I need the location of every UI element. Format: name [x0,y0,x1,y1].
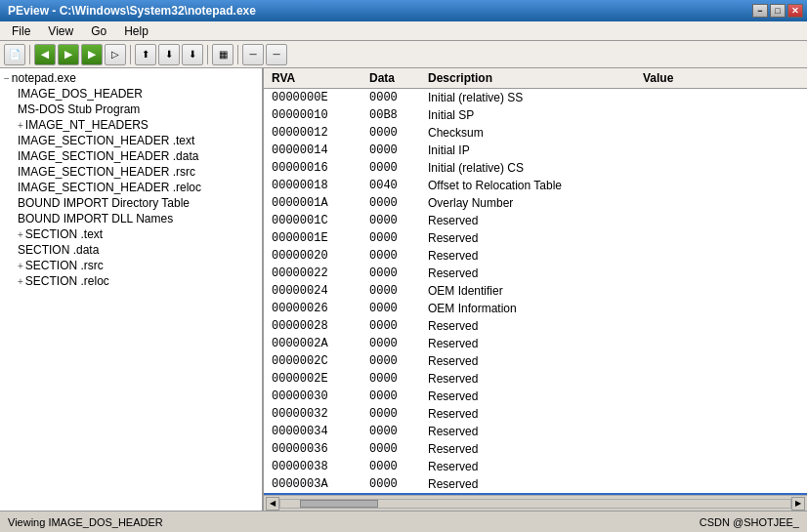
table-row[interactable]: 0000000E 0000 Initial (relative) SS [264,89,807,106]
cell-rva: 0000001E [268,230,365,246]
table-row[interactable]: 00000038 0000 Reserved [264,458,807,475]
toolbar-nav-button[interactable]: ▷ [105,44,126,65]
table-row[interactable]: 00000032 0000 Reserved [264,405,807,423]
table-row[interactable]: 00000016 0000 Initial (relative) CS [264,159,807,177]
table-row[interactable]: 0000001E 0000 Reserved [264,229,807,247]
tree-item-bound-dir[interactable]: BOUND IMPORT Directory Table [0,195,262,211]
tree-item-label: IMAGE_SECTION_HEADER .data [18,149,198,163]
maximize-button[interactable]: □ [770,4,786,18]
cell-desc: Reserved [424,459,639,474]
tree-item-section-rsrc[interactable]: IMAGE_SECTION_HEADER .rsrc [0,164,262,180]
table-row[interactable]: 00000030 0000 Reserved [264,388,807,405]
toolbar-export-button[interactable]: ⬇ [158,44,180,65]
table-row[interactable]: 00000014 0000 Initial IP [264,142,807,159]
toolbar-import-button[interactable]: ⬆ [135,44,156,65]
toolbar-dash1-button[interactable]: ─ [242,44,264,65]
toolbar-export2-button[interactable]: ⬇ [182,44,203,65]
cell-data: 0000 [365,160,424,176]
tree-item-sec-reloc[interactable]: + SECTION .reloc [0,273,262,289]
cell-desc: Reserved [424,318,639,334]
cell-desc: OEM Identifier [424,283,639,299]
tree-item-sec-rsrc[interactable]: + SECTION .rsrc [0,258,262,273]
cell-value [639,336,803,351]
table-row[interactable]: 0000001C 0000 Reserved [264,212,807,229]
tree-item-dos-header[interactable]: IMAGE_DOS_HEADER [0,86,262,102]
toolbar-up-button[interactable]: ▶ [81,44,103,65]
table-row[interactable]: 00000028 0000 Reserved [264,317,807,335]
cell-data: 0040 [365,178,424,193]
table-row[interactable]: 00000036 0000 Reserved [264,440,807,458]
menu-go[interactable]: Go [83,22,114,40]
table-row[interactable]: 0000002C 0000 Reserved [264,352,807,370]
table-row[interactable]: 00000010 00B8 Initial SP [264,106,807,124]
col-header-data: Data [365,70,424,86]
toolbar-dash2-button[interactable]: ─ [266,44,287,65]
toolbar-open-button[interactable]: 📄 [4,44,25,65]
cell-desc: Checksum [424,125,639,141]
tree-item-sec-data[interactable]: SECTION .data [0,242,262,258]
tree-item-sec-text[interactable]: + SECTION .text [0,226,262,242]
menu-help[interactable]: Help [116,22,156,40]
table-row[interactable]: 00000022 0000 Reserved [264,265,807,282]
cell-rva: 00000036 [268,441,365,457]
cell-value [639,230,803,246]
cell-rva: 00000014 [268,143,365,158]
menu-file[interactable]: File [4,22,38,40]
scroll-thumb[interactable] [300,500,378,508]
cell-rva: 0000000E [268,90,365,105]
tree-item-nt-headers[interactable]: + IMAGE_NT_HEADERS [0,117,262,133]
tree-panel: − notepad.exe IMAGE_DOS_HEADER MS-DOS St… [0,68,264,511]
scroll-track [279,499,791,509]
cell-value [639,424,803,439]
table-row[interactable]: 00000026 0000 OEM Information [264,300,807,317]
tree-item-section-text[interactable]: IMAGE_SECTION_HEADER .text [0,133,262,148]
cell-desc: Reserved [424,230,639,246]
cell-desc: Reserved [424,476,639,492]
menu-view[interactable]: View [40,22,81,40]
cell-rva: 00000022 [268,266,365,281]
minimize-button[interactable]: − [752,4,768,18]
tree-expand-icon: + [18,261,23,271]
table-row[interactable]: 00000020 0000 Reserved [264,247,807,265]
tree-item-msdos-stub[interactable]: MS-DOS Stub Program [0,102,262,117]
cell-data: 0000 [365,476,424,492]
cell-desc: OEM Information [424,301,639,316]
scroll-right-button[interactable]: ▶ [791,497,805,511]
toolbar-fwd-button[interactable]: ▶ [58,44,79,65]
table-row[interactable]: 00000012 0000 Checksum [264,124,807,142]
tree-item-bound-dll[interactable]: BOUND IMPORT DLL Names [0,211,262,226]
toolbar-grid-button[interactable]: ▦ [212,44,234,65]
tree-item-notepad[interactable]: − notepad.exe [0,70,262,86]
table-row[interactable]: 00000024 0000 OEM Identifier [264,282,807,300]
cell-data: 0000 [365,213,424,228]
cell-data: 0000 [365,406,424,422]
toolbar-back-button[interactable]: ◀ [34,44,56,65]
cell-rva: 00000016 [268,160,365,176]
table-row[interactable]: 00000018 0040 Offset to Relocation Table [264,177,807,194]
table-row[interactable]: 0000002E 0000 Reserved [264,370,807,388]
table-row[interactable]: 0000003A 0000 Reserved [264,475,807,493]
cell-desc: Reserved [424,371,639,387]
title-bar: PEview - C:\Windows\System32\notepad.exe… [0,0,807,21]
cell-value [639,283,803,299]
toolbar-separator-3 [207,45,208,64]
table-row[interactable]: 0000002A 0000 Reserved [264,335,807,352]
table-row[interactable]: 0000001A 0000 Overlay Number [264,194,807,212]
tree-item-section-data[interactable]: IMAGE_SECTION_HEADER .data [0,148,262,164]
tree-expand-icon: + [18,229,23,240]
horizontal-scrollbar[interactable]: ◀ ▶ [264,495,807,511]
cell-value [639,266,803,281]
cell-rva: 0000001C [268,213,365,228]
cell-value [639,195,803,211]
cell-desc: Reserved [424,248,639,264]
tree-item-label: BOUND IMPORT Directory Table [18,196,190,210]
tree-item-section-reloc[interactable]: IMAGE_SECTION_HEADER .reloc [0,180,262,195]
close-button[interactable]: ✕ [787,4,803,18]
cell-value [639,213,803,228]
scroll-left-button[interactable]: ◀ [266,497,279,511]
cell-value [639,318,803,334]
cell-value [639,406,803,422]
table-row[interactable]: 00000034 0000 Reserved [264,423,807,440]
toolbar-separator-2 [130,45,131,64]
cell-desc: Initial (relative) SS [424,90,639,105]
